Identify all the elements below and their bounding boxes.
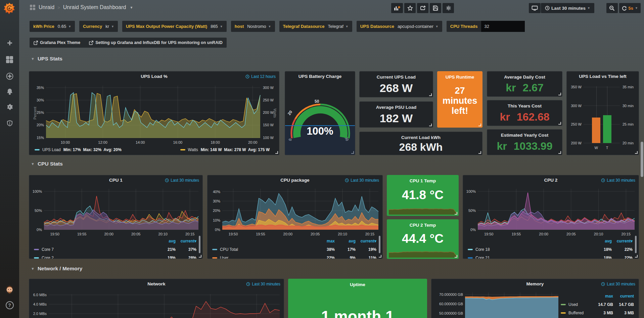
legend-sort-current[interactable]: current▾ [612,239,633,243]
panel-ups-battery-gauge[interactable]: UPS Battery Charge 0 20 50 100 100% [285,71,355,155]
panel-title[interactable]: UPS Load % [29,74,279,79]
panel-time-range[interactable]: Last 30 minutes [165,178,199,183]
tv-kiosk-button[interactable] [529,3,541,13]
stat-title[interactable]: Uptime [288,282,427,287]
panel-cpu2-temp[interactable]: CPU 2 Temp 44.4 °C [387,219,459,259]
panel-cpu1[interactable]: CPU 1 Last 30 minutes avgcurrent▾Core 72… [29,175,203,259]
alerting-bell-icon[interactable] [0,86,19,97]
settings-gear-button[interactable] [443,3,454,13]
panel-current-load-kwh[interactable]: Current Load kWh 268 kWh [359,132,482,155]
stat-title[interactable]: Average Daily Cost [487,75,562,80]
create-icon[interactable] [0,37,19,49]
memory-graph[interactable] [465,292,558,318]
legend-row[interactable]: Used14.7 GB14.7 GB [561,300,634,309]
variable-value-dropdown[interactable]: kr▼ [105,24,114,29]
cpu-threads-input[interactable] [481,21,525,32]
legend-sort-avg[interactable]: avg [335,239,356,243]
panel-average-daily-cost[interactable]: Average Daily Cost kr2.67 [487,71,562,97]
stat-title[interactable]: Current Load kWh [360,135,482,140]
legend-row[interactable]: Core 2118%22% [468,254,633,259]
breadcrumb-folder[interactable]: Unraid [39,4,54,10]
stat-title[interactable]: UPS Runtime [438,75,482,80]
server-admin-shield-icon[interactable] [0,118,19,129]
legend-sort-avg[interactable]: avg [591,239,612,243]
star-button[interactable] [404,3,416,13]
breadcrumb-caret-icon[interactable]: ▼ [130,6,133,9]
panel-this-years-cost[interactable]: This Years Cost kr162.68 [487,100,562,126]
bar-W[interactable] [592,118,600,143]
legend-row[interactable]: CPU Total38%17%19% [212,245,376,254]
panel-ups-runtime[interactable]: UPS Runtime 27 minutes left! [437,71,482,128]
panel-title[interactable]: UPS Battery Charge [285,74,355,79]
help-icon[interactable]: ? [0,300,19,311]
section-cpu-stats[interactable]: ▼CPU Stats [31,161,63,167]
panel-time-range[interactable]: Last 30 minutes [601,178,635,183]
save-button[interactable] [430,3,441,13]
legend-row[interactable]: Buffered3 MB3 MB [561,309,634,317]
grafana-logo[interactable] [3,2,16,15]
variable-value-dropdown[interactable]: Nostromo▼ [247,24,271,29]
breadcrumb-dashboard-title[interactable]: Unraid System Dashboard [63,4,126,10]
panel-current-ups-load[interactable]: Current UPS Load 268 W [359,71,433,97]
panel-estimated-yearly-cost[interactable]: Estimated Yearly Cost kr1033.99 [487,129,562,155]
link-ups-monitoring-guide[interactable]: Setting up Grafana and InfluxDB for UPS … [89,40,222,45]
panel-average-psu-load[interactable]: Average PSU Load 182 W [359,101,433,128]
page-scrollbar[interactable] [641,142,643,177]
ups-bar-chart[interactable] [584,86,620,143]
panel-cpu2[interactable]: CPU 2 Last 30 minutes avgcurrent▾Core 18… [463,175,639,259]
panel-cpu-package[interactable]: CPU package Last 30 minutes maxavgcurren… [207,175,383,259]
panel-memory[interactable]: Memory Last 30 minutes maxcurrentUsed14.… [431,279,639,318]
stat-title[interactable]: CPU 1 Temp [387,178,458,183]
legend-row[interactable]: Core 721%37% [34,245,196,254]
panel-network[interactable]: Network Last 30 minutes 6.0 MBs4.0 MBs2.… [29,279,284,318]
legend-row[interactable]: User22%9%11% [212,254,376,259]
stat-title[interactable]: This Years Cost [487,103,562,108]
panel-ups-load[interactable]: UPS Load % Last 12 hours Percent Watts U… [29,71,279,155]
stat-title[interactable]: Current UPS Load [360,75,433,80]
variable-value-dropdown[interactable]: apcupsd-container▼ [398,24,439,29]
stat-title[interactable]: CPU 2 Temp [387,223,458,228]
ups-load-graph[interactable] [46,86,260,138]
dashboards-icon[interactable] [0,54,19,65]
zoom-out-button[interactable] [606,3,618,13]
time-range-picker[interactable]: Last 30 minutes ▼ [541,3,594,13]
panel-uptime[interactable]: Uptime 1 month 1 [288,279,427,318]
bar-T[interactable] [603,115,611,143]
legend-scrollbar[interactable] [199,236,200,253]
variable-value-dropdown[interactable]: 865▼ [211,24,223,29]
stat-title[interactable]: Average PSU Load [360,105,433,110]
legend-sort-current[interactable]: current▾ [176,239,196,243]
panel-time-range[interactable]: Last 30 minutes [601,282,635,286]
legend-sort-current[interactable]: current▾ [356,239,376,243]
panel-title[interactable]: Network [29,281,284,286]
cpu-package-graph[interactable] [222,189,378,230]
link-grafana-plex-theme[interactable]: Grafana Plex Theme [34,40,80,45]
legend-scrollbar[interactable] [379,236,380,253]
panel-title[interactable]: UPS Load vs Time left [567,74,639,79]
cpu1-graph[interactable] [44,189,198,230]
variable-value-dropdown[interactable]: 0.65▼ [58,24,71,29]
share-button[interactable] [417,3,428,13]
legend-sort-avg[interactable]: avg [155,239,176,243]
cpu2-graph[interactable] [478,189,635,230]
panel-cpu1-temp[interactable]: CPU 1 Temp 41.8 °C [387,175,459,216]
panel-time-range[interactable]: Last 30 minutes [345,178,379,183]
legend-row[interactable]: Core 1818%22% [468,245,633,254]
refresh-button[interactable]: 5s ▼ [619,3,641,13]
legend-sort-current[interactable]: current [613,294,634,299]
add-panel-button[interactable] [391,3,403,13]
legend-sort-max[interactable]: max [592,294,613,299]
stat-title[interactable]: Estimated Yearly Cost [487,133,562,138]
panel-time-range[interactable]: Last 12 hours [245,74,276,79]
panel-time-range[interactable]: Last 30 minutes [246,282,280,286]
legend-item[interactable]: WattsMin: 148 W Max: 278 W Avg: 175 W [180,147,270,152]
legend-item[interactable]: UPS LoadMin: 17% Max: 32% Avg: 20% [35,147,122,152]
legend-row[interactable]: Core 219%28% [34,254,196,259]
configuration-gear-icon[interactable] [0,101,19,112]
section-ups-stats[interactable]: ▼UPS Stats [31,56,62,62]
legend-scrollbar[interactable] [635,236,637,253]
panel-ups-load-vs-time-left[interactable]: UPS Load vs Time left 350 W300 W250 W200… [566,71,639,155]
section-network-memory[interactable]: ▼Network / Memory [31,266,82,272]
explore-compass-icon[interactable] [0,71,19,82]
legend-sort-max[interactable]: max [314,239,335,243]
